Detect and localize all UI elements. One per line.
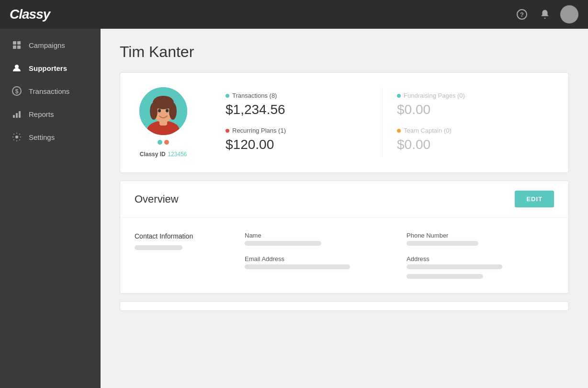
- field-address-values: [407, 264, 554, 279]
- svg-text:$: $: [15, 88, 19, 95]
- stat-recurring-label: Recurring Plans (1): [226, 127, 368, 134]
- overview-card: Overview EDIT Contact Information Name: [120, 181, 569, 294]
- supporters-icon: [11, 63, 22, 73]
- fields-col-2: Phone Number Address: [407, 232, 554, 279]
- field-phone-label: Phone Number: [407, 232, 554, 239]
- stat-team-label: Team Captain (0): [397, 127, 540, 134]
- field-name-bar: [245, 241, 321, 246]
- svg-rect-5: [17, 46, 21, 49]
- classy-id: Classy ID 123456: [140, 149, 187, 158]
- classy-id-value: 123456: [168, 151, 187, 158]
- stat-recurring-value: $120.00: [226, 137, 368, 152]
- sidebar-label-settings: Settings: [29, 133, 55, 141]
- contact-section-title: Contact Information: [135, 232, 230, 279]
- main-content: Tim Kanter: [101, 29, 588, 388]
- field-name-values: [245, 241, 392, 246]
- stat-dot-teal2: [397, 94, 401, 98]
- stat-fundraising-value: $0.00: [397, 102, 540, 117]
- settings-icon: [11, 132, 22, 142]
- stat-recurring: Recurring Plans (1) $120.00: [211, 122, 383, 157]
- field-address: Address: [407, 255, 554, 279]
- field-address-bar1: [407, 264, 502, 269]
- contact-section-bar: [135, 245, 182, 250]
- profile-avatar: [139, 87, 187, 135]
- overview-header: Overview EDIT: [120, 181, 568, 217]
- svg-point-18: [150, 103, 158, 120]
- sidebar-item-campaigns[interactable]: Campaigns: [0, 34, 101, 57]
- app-logo: Classy: [10, 7, 50, 22]
- edit-button[interactable]: EDIT: [515, 191, 554, 207]
- svg-rect-11: [19, 111, 21, 118]
- svg-point-20: [158, 109, 161, 113]
- svg-rect-9: [13, 115, 15, 118]
- sidebar-label-supporters: Supporters: [29, 64, 67, 72]
- svg-rect-3: [17, 41, 21, 45]
- profile-card-inner: Classy ID 123456 Transactions (8) $1,234…: [120, 73, 568, 172]
- stat-dot-teal: [226, 94, 229, 98]
- profile-left: Classy ID 123456: [135, 87, 192, 158]
- stat-transactions-value: $1,234.56: [226, 102, 368, 117]
- dot-teal: [158, 140, 162, 145]
- svg-point-12: [15, 136, 18, 138]
- user-avatar[interactable]: [560, 5, 578, 23]
- field-name: Name: [245, 232, 392, 246]
- campaigns-icon: [11, 40, 22, 50]
- svg-point-6: [15, 65, 19, 68]
- notifications-button[interactable]: [537, 7, 553, 22]
- sidebar-label-transactions: Transactions: [29, 87, 69, 95]
- field-phone-bar: [407, 241, 478, 246]
- stat-fundraising: Fundraising Pages (0) $0.00: [383, 87, 554, 122]
- stats-grid: Transactions (8) $1,234.56 Fundraising P…: [211, 87, 554, 157]
- sidebar-item-transactions[interactable]: $ Transactions: [0, 80, 101, 103]
- top-nav-right: ?: [514, 5, 578, 23]
- sidebar-label-campaigns: Campaigns: [29, 41, 65, 49]
- fields-col-1: Name Email Address: [245, 232, 392, 279]
- stat-team: Team Captain (0) $0.00: [383, 122, 554, 157]
- sidebar-item-settings[interactable]: Settings: [0, 126, 101, 148]
- field-phone: Phone Number: [407, 232, 554, 246]
- svg-point-19: [169, 103, 177, 120]
- classy-id-label: Classy ID: [140, 151, 166, 158]
- sidebar-item-supporters[interactable]: Supporters: [0, 57, 101, 80]
- field-email-label: Email Address: [245, 255, 392, 262]
- help-icon: ?: [517, 9, 527, 20]
- stat-dot-red: [226, 129, 229, 133]
- help-button[interactable]: ?: [514, 7, 530, 22]
- sidebar-item-reports[interactable]: Reports: [0, 103, 101, 126]
- profile-card: Classy ID 123456 Transactions (8) $1,234…: [120, 72, 569, 173]
- sidebar-label-reports: Reports: [29, 110, 54, 118]
- dot-orange: [164, 140, 169, 145]
- transactions-icon: $: [11, 86, 22, 96]
- svg-rect-2: [13, 41, 16, 45]
- stat-dot-yellow: [397, 129, 401, 133]
- field-email-values: [245, 264, 392, 269]
- stat-team-value: $0.00: [397, 137, 540, 152]
- bell-icon: [540, 9, 550, 20]
- svg-rect-4: [13, 46, 16, 49]
- overview-title: Overview: [135, 193, 179, 205]
- stat-transactions: Transactions (8) $1,234.56: [211, 87, 383, 122]
- svg-rect-10: [16, 113, 18, 118]
- field-name-label: Name: [245, 232, 392, 239]
- field-email-bar: [245, 264, 350, 269]
- sidebar: Campaigns Supporters $ Transactions: [0, 29, 101, 388]
- field-phone-values: [407, 241, 554, 246]
- contact-section: Contact Information Name Email Address: [120, 217, 568, 293]
- svg-point-21: [166, 109, 169, 113]
- page-title: Tim Kanter: [120, 43, 569, 61]
- svg-text:?: ?: [520, 11, 524, 18]
- stat-fundraising-label: Fundraising Pages (0): [397, 92, 540, 99]
- app-body: Campaigns Supporters $ Transactions: [0, 29, 588, 388]
- top-nav: Classy ?: [0, 0, 588, 29]
- field-address-bar2: [407, 274, 483, 279]
- reports-icon: [11, 109, 22, 119]
- field-email: Email Address: [245, 255, 392, 269]
- field-address-label: Address: [407, 255, 554, 262]
- stat-transactions-label: Transactions (8): [226, 92, 368, 99]
- avatar-illustration: [139, 87, 187, 135]
- bottom-card: [120, 301, 569, 311]
- status-dots: [158, 140, 169, 145]
